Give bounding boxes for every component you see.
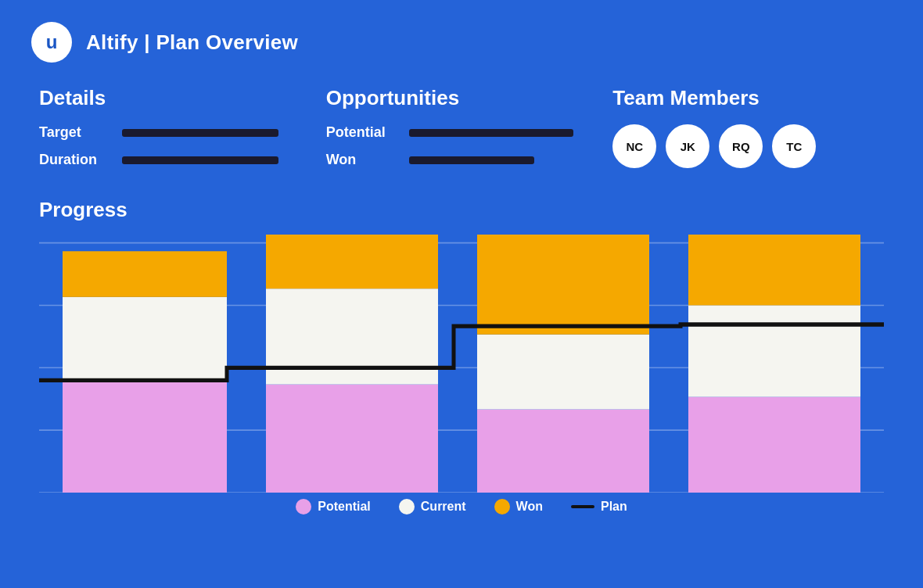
duration-item: Duration bbox=[39, 152, 311, 168]
opportunities-section: Opportunities Potential Won bbox=[311, 86, 598, 179]
avatar-row: NC JK RQ TC bbox=[612, 124, 884, 168]
header: u Altify | Plan Overview bbox=[0, 0, 923, 78]
bar4-potential bbox=[688, 397, 860, 493]
target-item: Target bbox=[39, 124, 311, 141]
duration-bar bbox=[122, 156, 278, 164]
current-dot bbox=[399, 499, 415, 514]
duration-label: Duration bbox=[39, 152, 110, 168]
bar2-won bbox=[266, 235, 438, 289]
won-item: Won bbox=[326, 152, 598, 168]
legend-potential: Potential bbox=[296, 499, 371, 514]
bar1-current bbox=[63, 297, 227, 380]
page-title: Altify | Plan Overview bbox=[86, 30, 298, 55]
bar4-won bbox=[688, 235, 860, 305]
progress-section: Progress bbox=[39, 198, 884, 514]
bar3-current bbox=[477, 335, 649, 410]
legend-potential-label: Potential bbox=[318, 500, 371, 514]
target-bar bbox=[122, 129, 278, 137]
legend-won: Won bbox=[494, 499, 543, 514]
potential-label: Potential bbox=[326, 124, 397, 141]
legend-current: Current bbox=[399, 499, 466, 514]
won-dot bbox=[494, 499, 510, 514]
plan-line-legend bbox=[571, 505, 594, 508]
potential-dot bbox=[296, 499, 311, 514]
info-row: Details Target Duration Opportunities Po… bbox=[39, 86, 884, 179]
bar3-potential bbox=[477, 410, 649, 493]
legend-plan-label: Plan bbox=[601, 500, 627, 514]
avatar-rq: RQ bbox=[719, 124, 763, 168]
chart-container bbox=[39, 235, 884, 493]
legend: Potential Current Won Plan bbox=[39, 499, 884, 514]
avatar-nc: NC bbox=[612, 124, 656, 168]
legend-current-label: Current bbox=[421, 500, 466, 514]
bar3-won bbox=[477, 235, 649, 335]
team-section: Team Members NC JK RQ TC bbox=[597, 86, 884, 168]
logo-letter: u bbox=[46, 31, 58, 53]
details-title: Details bbox=[39, 86, 311, 110]
bar1-won bbox=[63, 251, 227, 297]
details-section: Details Target Duration bbox=[39, 86, 311, 179]
bar2-potential bbox=[266, 385, 438, 493]
bar4-current bbox=[688, 305, 860, 396]
bar2-current bbox=[266, 289, 438, 384]
potential-item: Potential bbox=[326, 124, 598, 141]
bar1-potential bbox=[63, 380, 227, 493]
avatar-jk: JK bbox=[666, 124, 709, 168]
legend-plan: Plan bbox=[571, 500, 627, 514]
team-title: Team Members bbox=[612, 86, 884, 110]
progress-title: Progress bbox=[39, 198, 884, 222]
target-label: Target bbox=[39, 124, 110, 141]
logo: u bbox=[31, 22, 72, 63]
won-label: Won bbox=[326, 152, 397, 168]
main-content: Details Target Duration Opportunities Po… bbox=[0, 78, 923, 514]
chart-svg bbox=[39, 235, 884, 493]
opportunities-title: Opportunities bbox=[326, 86, 598, 110]
won-bar bbox=[409, 156, 534, 164]
avatar-tc: TC bbox=[772, 124, 816, 168]
potential-bar bbox=[409, 129, 573, 137]
legend-won-label: Won bbox=[516, 500, 543, 514]
